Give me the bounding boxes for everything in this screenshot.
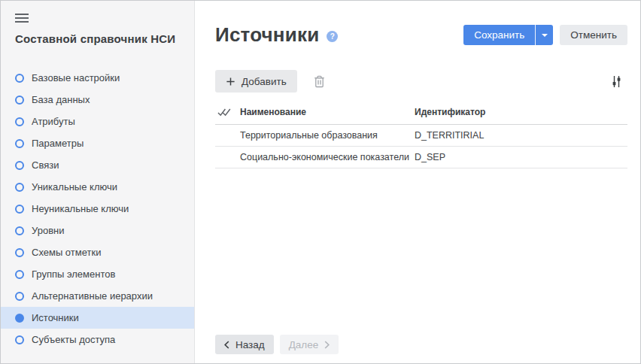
sidebar-item[interactable]: Неуникальные ключи — [1, 198, 194, 220]
plus-icon — [226, 77, 235, 86]
sidebar-item-label: Атрибуты — [32, 116, 75, 127]
back-button-label: Назад — [235, 339, 265, 350]
main-header: Источники ? Сохранить Отменить — [195, 1, 640, 47]
sidebar-item[interactable]: Параметры — [1, 132, 194, 154]
main-panel: Источники ? Сохранить Отменить Добавить — [195, 1, 640, 363]
cancel-button[interactable]: Отменить — [560, 25, 627, 45]
next-button[interactable]: Далее — [280, 335, 339, 354]
sources-table: Наименование Идентификатор Территориальн… — [215, 100, 627, 168]
sidebar-item[interactable]: Связи — [1, 154, 194, 176]
sidebar-item-label: Уровни — [32, 225, 64, 236]
radio-icon — [15, 292, 24, 301]
radio-icon — [15, 183, 24, 192]
radio-icon — [15, 248, 24, 257]
wizard-footer: Назад Далее — [215, 335, 339, 354]
radio-selected-icon — [15, 314, 24, 323]
page-title-wrap: Источники ? — [215, 23, 338, 47]
caret-down-icon — [542, 34, 548, 37]
radio-icon — [15, 139, 24, 148]
help-icon[interactable]: ? — [327, 31, 338, 42]
sidebar-item-label: Уникальные ключи — [32, 181, 117, 193]
back-button[interactable]: Назад — [215, 335, 274, 354]
sidebar-item[interactable]: Атрибуты — [1, 111, 194, 132]
sidebar-item-label: База данных — [32, 94, 90, 105]
radio-icon — [15, 226, 24, 235]
column-header-name[interactable]: Наименование — [240, 107, 415, 117]
next-button-label: Далее — [289, 339, 319, 350]
sidebar-item-label: Базовые настройки — [32, 72, 120, 83]
radio-icon — [15, 96, 24, 105]
add-button-label: Добавить — [242, 76, 287, 87]
settings-button[interactable] — [611, 74, 622, 89]
row-id: D_TERRITIRIAL — [415, 130, 627, 141]
header-actions: Сохранить Отменить — [463, 25, 627, 45]
save-button[interactable]: Сохранить — [463, 25, 535, 45]
add-button[interactable]: Добавить — [215, 70, 297, 93]
sidebar-item-label: Параметры — [32, 138, 84, 149]
sidebar-title: Составной справочник НСИ — [15, 32, 180, 47]
sidebar-item-label: Неуникальные ключи — [32, 203, 129, 214]
tune-sliders-icon — [611, 74, 622, 89]
sidebar-item-label: Альтернативные иерархии — [32, 290, 153, 302]
radio-icon — [15, 74, 24, 83]
radio-icon — [15, 335, 24, 344]
table-body: Территориальные образованияD_TERRITIRIAL… — [215, 125, 627, 168]
delete-button[interactable] — [314, 75, 325, 88]
save-options-button[interactable] — [535, 25, 553, 45]
radio-icon — [15, 205, 24, 214]
chevron-left-icon — [224, 341, 229, 349]
column-header-id[interactable]: Идентификатор — [415, 107, 627, 117]
sidebar-item[interactable]: Уникальные ключи — [1, 176, 194, 198]
radio-icon — [15, 270, 24, 279]
select-all-cell[interactable] — [215, 108, 240, 117]
app-window: Составной справочник НСИ Базовые настрой… — [0, 0, 641, 364]
sidebar-item-label: Связи — [32, 159, 59, 171]
sidebar-item-label: Источники — [32, 312, 79, 323]
page-title: Источники — [215, 23, 319, 47]
sidebar-nav: Базовые настройкиБаза данныхАтрибутыПара… — [1, 67, 194, 350]
sidebar-item[interactable]: Базовые настройки — [1, 67, 194, 89]
table-row[interactable]: Территориальные образованияD_TERRITIRIAL — [215, 125, 627, 147]
toolbar: Добавить — [215, 70, 627, 93]
radio-icon — [15, 117, 24, 126]
row-id: D_SEP — [415, 152, 627, 162]
sidebar-item-label: Схемы отметки — [32, 247, 101, 258]
trash-icon — [314, 75, 325, 88]
sidebar-item-label: Группы элементов — [32, 268, 115, 280]
sidebar-item[interactable]: Уровни — [1, 220, 194, 241]
sidebar-item[interactable]: Субъекты доступа — [1, 329, 194, 350]
table-header-row: Наименование Идентификатор — [215, 100, 627, 125]
table-row[interactable]: Социально-экономические показателиD_SEP — [215, 147, 627, 168]
menu-icon[interactable] — [15, 14, 29, 23]
row-name: Территориальные образования — [240, 130, 415, 141]
sidebar: Составной справочник НСИ Базовые настрой… — [1, 1, 195, 363]
double-check-icon — [217, 108, 231, 117]
sidebar-item[interactable]: База данных — [1, 89, 194, 111]
chevron-right-icon — [324, 341, 330, 349]
sidebar-item-label: Субъекты доступа — [32, 334, 115, 345]
radio-icon — [15, 161, 24, 170]
sidebar-item[interactable]: Альтернативные иерархии — [1, 285, 194, 307]
sidebar-item[interactable]: Схемы отметки — [1, 241, 194, 263]
row-name: Социально-экономические показатели — [240, 152, 415, 162]
sidebar-item[interactable]: Источники — [1, 307, 194, 329]
sidebar-item[interactable]: Группы элементов — [1, 263, 194, 285]
